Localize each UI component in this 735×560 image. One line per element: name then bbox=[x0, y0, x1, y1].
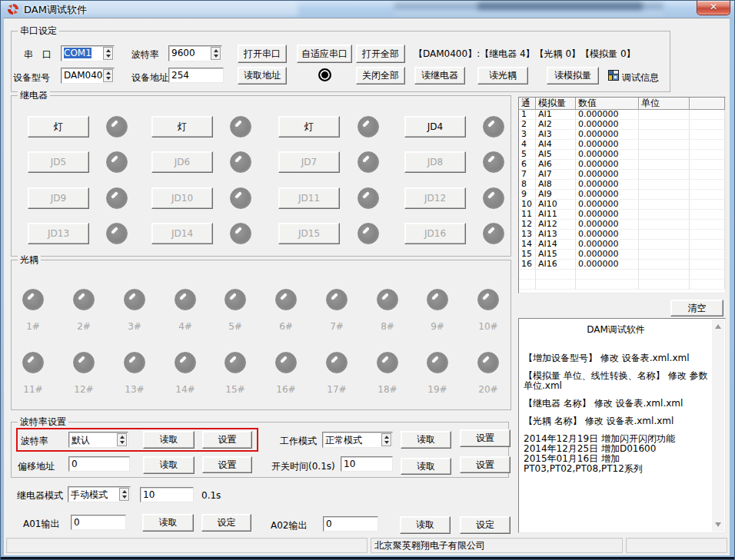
switch-time-input[interactable] bbox=[341, 456, 393, 472]
table-row-11[interactable]: 11AI110.000000 bbox=[519, 210, 725, 220]
offset-read-button[interactable]: 读取 bbox=[143, 456, 195, 474]
baud-value: 9600 bbox=[171, 48, 195, 58]
offset-addr-input[interactable] bbox=[68, 456, 130, 472]
work-mode-read-button[interactable]: 读取 bbox=[401, 431, 451, 449]
device-model-select[interactable]: DAM0400 bbox=[61, 68, 115, 84]
table-row-empty[interactable] bbox=[519, 280, 725, 290]
relay-indicator-8 bbox=[483, 151, 504, 173]
scroll-up-icon[interactable] bbox=[715, 324, 721, 329]
column-header-3[interactable]: 数值 bbox=[576, 98, 639, 110]
opto-indicator-15 bbox=[224, 352, 246, 373]
dropdown-icon[interactable] bbox=[211, 47, 221, 60]
opto-label-7: 7# bbox=[318, 321, 356, 332]
table-row-16[interactable]: 16AI160.000000 bbox=[519, 260, 725, 270]
baud-read-button[interactable]: 读取 bbox=[143, 431, 195, 449]
table-row-14[interactable]: 14AI140.000000 bbox=[519, 240, 725, 250]
switch-time-read-button[interactable]: 读取 bbox=[401, 458, 451, 475]
table-row-12[interactable]: 12AI120.000000 bbox=[519, 220, 725, 230]
table-row-10[interactable]: 10AI100.000000 bbox=[519, 200, 725, 210]
table-row-8[interactable]: 8AI80.000000 bbox=[519, 180, 725, 190]
dropdown-icon[interactable] bbox=[381, 433, 391, 446]
table-row-7[interactable]: 7AI70.000000 bbox=[519, 170, 725, 180]
table-row-9[interactable]: 9AI90.000000 bbox=[519, 190, 725, 200]
com-port-select[interactable]: COM1 bbox=[61, 45, 115, 61]
open-all-button[interactable]: 打开全部 bbox=[356, 45, 405, 63]
ao2-set-button[interactable]: 设定 bbox=[460, 516, 511, 534]
table-row-15[interactable]: 15AI150.000000 bbox=[519, 250, 725, 260]
device-summary: 【DAM0400】:【继电器 4】【光耦 0】【模拟量 0】 bbox=[414, 48, 636, 61]
close-button[interactable]: ✕ bbox=[697, 1, 730, 15]
table-cell bbox=[690, 110, 725, 120]
relay-button-5[interactable]: JD5 bbox=[28, 151, 89, 173]
column-header-1[interactable]: 通 bbox=[519, 98, 536, 110]
table-row-4[interactable]: 4AI40.000000 bbox=[519, 140, 725, 150]
column-header-5[interactable] bbox=[690, 98, 725, 110]
relay-button-12[interactable]: JD12 bbox=[404, 187, 466, 209]
opto-label-18: 18# bbox=[368, 384, 407, 395]
relay-button-6[interactable]: JD6 bbox=[151, 151, 213, 173]
read-analog-button[interactable]: 读模拟量 bbox=[547, 67, 599, 84]
baud-set-button[interactable]: 设置 bbox=[202, 431, 252, 449]
table-row-empty[interactable] bbox=[519, 270, 725, 280]
dropdown-icon[interactable] bbox=[117, 433, 127, 446]
relay-button-13[interactable]: JD13 bbox=[28, 223, 89, 244]
table-cell: 7 bbox=[519, 170, 536, 180]
ao2-read-button[interactable]: 读取 bbox=[400, 516, 451, 534]
read-relay-button[interactable]: 读继电器 bbox=[414, 67, 465, 84]
relay-mode-select[interactable]: 手动模式 bbox=[68, 486, 131, 502]
table-cell bbox=[690, 230, 725, 240]
table-row-6[interactable]: 6AI60.000000 bbox=[519, 160, 725, 170]
relay-button-7[interactable]: JD7 bbox=[278, 151, 340, 173]
table-cell bbox=[690, 250, 725, 260]
table-cell bbox=[639, 280, 690, 290]
debug-info-icon bbox=[608, 70, 619, 81]
title-bar[interactable]: DAM调试软件 ✕ bbox=[1, 1, 734, 18]
table-row-1[interactable]: 1AI10.000000 bbox=[519, 110, 725, 120]
clear-button[interactable]: 清空 bbox=[670, 300, 723, 316]
baud-select[interactable]: 9600 bbox=[168, 45, 222, 61]
column-header-2[interactable]: 模拟量 bbox=[536, 98, 576, 110]
column-header-4[interactable]: 单位 bbox=[639, 98, 690, 110]
work-mode-select[interactable]: 正常模式 bbox=[322, 432, 393, 448]
relay-button-15[interactable]: JD15 bbox=[278, 223, 340, 244]
switch-time-set-button[interactable]: 设置 bbox=[460, 456, 511, 473]
relay-button-4[interactable]: JD4 bbox=[404, 116, 466, 138]
relay-button-8[interactable]: JD8 bbox=[404, 151, 466, 173]
relay-button-10[interactable]: JD10 bbox=[151, 187, 213, 209]
baud-set-value: 默认 bbox=[72, 434, 90, 447]
relay-button-11[interactable]: JD11 bbox=[278, 187, 340, 209]
relay-button-9[interactable]: JD9 bbox=[28, 187, 89, 209]
ao1-input[interactable] bbox=[71, 515, 126, 530]
scroll-down-icon[interactable] bbox=[715, 522, 721, 527]
dropdown-icon[interactable] bbox=[103, 47, 113, 60]
relay-button-16[interactable]: JD16 bbox=[404, 223, 466, 244]
close-all-button[interactable]: 关闭全部 bbox=[356, 67, 405, 84]
relay-button-3[interactable]: 灯 bbox=[278, 116, 340, 138]
log-scrollbar[interactable] bbox=[712, 320, 724, 532]
baud-set-select[interactable]: 默认 bbox=[68, 432, 128, 448]
ao2-input[interactable] bbox=[323, 516, 378, 532]
relay-button-14[interactable]: JD14 bbox=[151, 223, 213, 244]
table-cell bbox=[639, 200, 690, 210]
read-addr-button[interactable]: 读取地址 bbox=[238, 67, 287, 84]
table-row-5[interactable]: 5AI50.000000 bbox=[519, 150, 725, 160]
ao1-set-button[interactable]: 设定 bbox=[201, 514, 251, 532]
table-cell: 16 bbox=[519, 260, 536, 270]
relay-mode-time-input[interactable] bbox=[140, 487, 194, 502]
ao1-read-button[interactable]: 读取 bbox=[142, 514, 194, 532]
dropdown-icon[interactable] bbox=[103, 69, 113, 82]
relay-button-2[interactable]: 灯 bbox=[151, 116, 213, 138]
offset-set-button[interactable]: 设置 bbox=[202, 456, 252, 473]
work-mode-set-button[interactable]: 设置 bbox=[460, 429, 511, 447]
table-row-3[interactable]: 3AI30.000000 bbox=[519, 130, 725, 140]
device-addr-input[interactable] bbox=[168, 68, 224, 83]
dropdown-icon[interactable] bbox=[119, 488, 129, 501]
opto-label-5: 5# bbox=[216, 321, 254, 332]
table-row-2[interactable]: 2AI20.000000 bbox=[519, 120, 725, 130]
read-opto-button[interactable]: 读光耦 bbox=[477, 67, 528, 84]
table-row-13[interactable]: 13AI130.000000 bbox=[519, 230, 725, 240]
auto-serial-button[interactable]: 自适应串口 bbox=[297, 45, 352, 63]
relay-button-1[interactable]: 灯 bbox=[28, 116, 89, 138]
open-serial-button[interactable]: 打开串口 bbox=[238, 45, 287, 63]
table-cell: 0.000000 bbox=[576, 250, 639, 260]
